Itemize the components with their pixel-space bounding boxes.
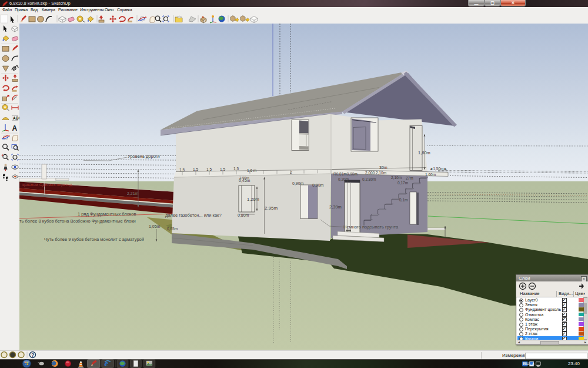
svg-text:1 ряд Фундаментных блоков: 1 ряд Фундаментных блоков — [78, 211, 136, 217]
svg-text:2: 2 — [290, 170, 292, 174]
svg-text:2,90m: 2,90m — [239, 176, 249, 180]
svg-text:1,5: 1,5 — [206, 167, 212, 171]
svg-text:R0,81m0,90m: R0,81m0,90m — [333, 172, 358, 176]
svg-text:0,2,80m: 0,2,80m — [362, 177, 376, 181]
svg-text:1,5: 1,5 — [179, 168, 185, 172]
svg-text:0,90m: 0,90m — [312, 183, 324, 187]
svg-text:Уровень дороги: Уровень дороги — [128, 154, 160, 159]
svg-text:2,000 2,10m: 2,000 2,10m — [365, 171, 386, 175]
svg-text:A: A — [12, 124, 18, 132]
svg-text:1,5: 1,5 — [220, 167, 225, 171]
svg-text:2,21m: 2,21m — [127, 191, 139, 195]
svg-text:ABC: ABC — [13, 116, 19, 120]
svg-text:1,05m: 1,05m — [149, 224, 161, 228]
svg-text:далее газобетон... или как?: далее газобетон... или как? — [165, 213, 222, 218]
svg-text:1,5: 1,5 — [193, 167, 198, 171]
svg-text:30m: 30m — [379, 165, 387, 170]
svg-text:1,20m: 1,20m — [247, 197, 259, 202]
svg-text:1,60m: 1,60m — [425, 173, 436, 177]
svg-text:27m: 27m — [406, 176, 413, 180]
svg-text:2,95m: 2,95m — [265, 205, 278, 211]
svg-text:0,1m: 0,1m — [399, 198, 407, 202]
svg-text:?: ? — [31, 352, 35, 358]
svg-text:2,39m: 2,39m — [329, 204, 342, 210]
svg-text:0,90m: 0,90m — [292, 181, 304, 185]
svg-text:2,10m: 2,10m — [391, 175, 402, 180]
svg-text:красном Сделать переезд: красном Сделать переезд — [22, 183, 72, 187]
svg-text:Чуть более 9 кубов бетона моно: Чуть более 9 кубов бетона монолит с арма… — [44, 237, 144, 242]
svg-text:1,6 m: 1,6 m — [247, 168, 256, 173]
svg-text:1,80m: 1,80m — [418, 150, 430, 155]
svg-text:1,5: 1,5 — [233, 167, 239, 171]
svg-text:Немного подсыпать грунта: Немного подсыпать грунта — [343, 224, 399, 230]
svg-text:ть более 8 кубов бетона Возбож: ть более 8 кубов бетона Возбожно Фундаме… — [19, 218, 136, 224]
svg-text:0,65m: 0,65m — [167, 227, 178, 231]
svg-text:0,17m: 0,17m — [397, 181, 408, 185]
svg-text:◄1,50m►: ◄1,50m► — [429, 167, 447, 171]
svg-text:0,80m: 0,80m — [238, 213, 249, 217]
svg-text:0,20m: 0,20m — [338, 177, 349, 181]
